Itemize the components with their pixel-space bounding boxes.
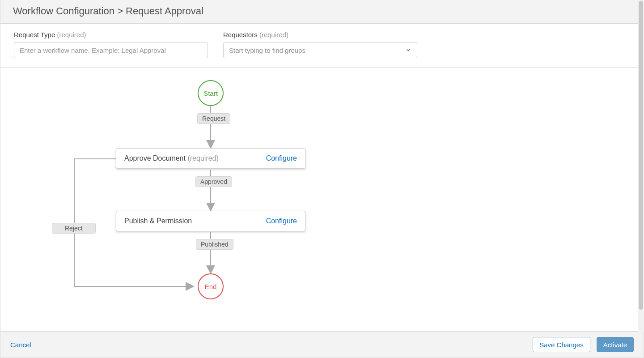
workflow-start-node[interactable]: Start [198,80,224,106]
chevron-down-icon [405,47,411,53]
required-indicator: (required) [187,154,218,162]
requestors-placeholder: Start typing to find groups [229,47,305,54]
requestors-select[interactable]: Start typing to find groups [223,42,417,58]
configure-link[interactable]: Configure [266,154,297,162]
edge-label-published: Published [196,239,233,250]
workflow-node-title-text: Publish & Permission [124,217,192,225]
request-type-input[interactable] [14,42,208,58]
workflow-node-title-text: Approve Document [124,154,186,162]
form-row: Request Type (required) Requestors (requ… [0,24,644,68]
edge-label-reject: Reject [52,223,96,234]
requestors-field: Requestors (required) Start typing to fi… [223,31,417,58]
scrollbar-track[interactable] [638,0,644,333]
required-indicator: (required) [259,31,288,38]
request-type-label: Request Type (required) [14,31,208,38]
workflow-node-title: Approve Document (required) [124,154,219,162]
requestors-label-text: Requestors [223,31,258,38]
scrollbar-thumb[interactable] [639,1,643,310]
request-type-field: Request Type (required) [14,31,208,58]
request-type-label-text: Request Type [14,31,55,38]
workflow-start-label: Start [203,90,218,97]
breadcrumb-current: Request Approval [126,5,203,17]
required-indicator: (required) [57,31,86,38]
breadcrumb-parent[interactable]: Workflow Configuration [13,5,114,17]
workflow-canvas: Start Request Approve Document (required… [0,68,644,331]
configure-link[interactable]: Configure [266,217,297,225]
breadcrumb: Workflow Configuration > Request Approva… [13,5,631,17]
workflow-end-label: End [205,283,217,290]
edge-label-request: Request [197,113,230,124]
breadcrumb-sep: > [114,5,126,17]
save-changes-button[interactable]: Save Changes [533,337,590,352]
workflow-connectors [0,68,448,331]
footer-button-group: Save Changes Activate [533,337,634,352]
workflow-end-node[interactable]: End [198,273,224,299]
edge-label-approved: Approved [195,176,232,187]
activate-button[interactable]: Activate [597,337,634,352]
cancel-button[interactable]: Cancel [10,341,31,349]
page-footer: Cancel Save Changes Activate [0,331,644,358]
requestors-label: Requestors (required) [223,31,417,38]
page-header: Workflow Configuration > Request Approva… [0,0,644,24]
workflow-node-approve[interactable]: Approve Document (required) Configure [116,148,305,169]
workflow-node-title: Publish & Permission [124,217,192,225]
workflow-canvas-wrap: Start Request Approve Document (required… [0,68,644,331]
workflow-node-publish[interactable]: Publish & Permission Configure [116,211,305,231]
